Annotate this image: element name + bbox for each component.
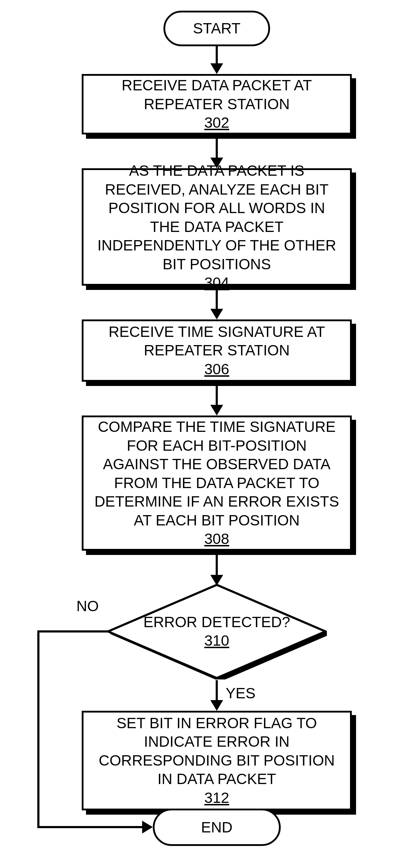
edge-no-label: NO [76,598,99,615]
arrow-yes [216,680,218,701]
arrowhead-304-to-306 [210,309,223,319]
process-306-text: RECEIVE TIME SIGNATURE AT REPEATER STATI… [94,323,339,360]
process-308-text: COMPARE THE TIME SIGNATURE FOR EACH BIT-… [94,418,339,530]
edge-yes-label: YES [226,685,255,702]
arrow-start-to-302 [216,46,218,64]
arrow-no-h2 [37,826,143,828]
decision-310-text: ERROR DETECTED? [143,613,290,632]
process-302-ref: 302 [94,113,339,132]
process-304: AS THE DATA PACKET IS RECEIVED, ANALYZE … [82,168,352,286]
process-312: SET BIT IN ERROR FLAG TO INDICATE ERROR … [82,711,352,810]
arrowhead-no [142,821,153,833]
arrow-302-to-304 [216,139,218,158]
arrow-306-to-308 [216,386,218,406]
arrowhead-start-to-302 [210,63,223,74]
arrow-308-to-310 [216,555,218,576]
arrowhead-306-to-308 [210,405,223,416]
process-312-text: SET BIT IN ERROR FLAG TO INDICATE ERROR … [94,714,339,789]
end-label: END [201,819,233,836]
arrow-no-v [37,630,39,827]
process-302-text: RECEIVE DATA PACKET AT REPEATER STATION [94,76,339,113]
process-302: RECEIVE DATA PACKET AT REPEATER STATION … [82,74,352,134]
arrow-304-to-306 [216,290,218,309]
process-306: RECEIVE TIME SIGNATURE AT REPEATER STATI… [82,319,352,382]
process-308-ref: 308 [94,530,339,549]
decision-310-ref: 310 [143,631,290,650]
start-label: START [193,20,241,37]
arrow-no-h1 [37,630,108,633]
process-312-ref: 312 [94,789,339,808]
arrowhead-yes [210,700,223,711]
process-304-ref: 304 [94,274,339,292]
decision-310: ERROR DETECTED? 310 [107,583,327,679]
start-terminator: START [163,11,270,46]
process-304-text: AS THE DATA PACKET IS RECEIVED, ANALYZE … [94,162,339,274]
process-308: COMPARE THE TIME SIGNATURE FOR EACH BIT-… [82,416,352,551]
end-terminator: END [153,809,281,846]
process-306-ref: 306 [94,360,339,379]
